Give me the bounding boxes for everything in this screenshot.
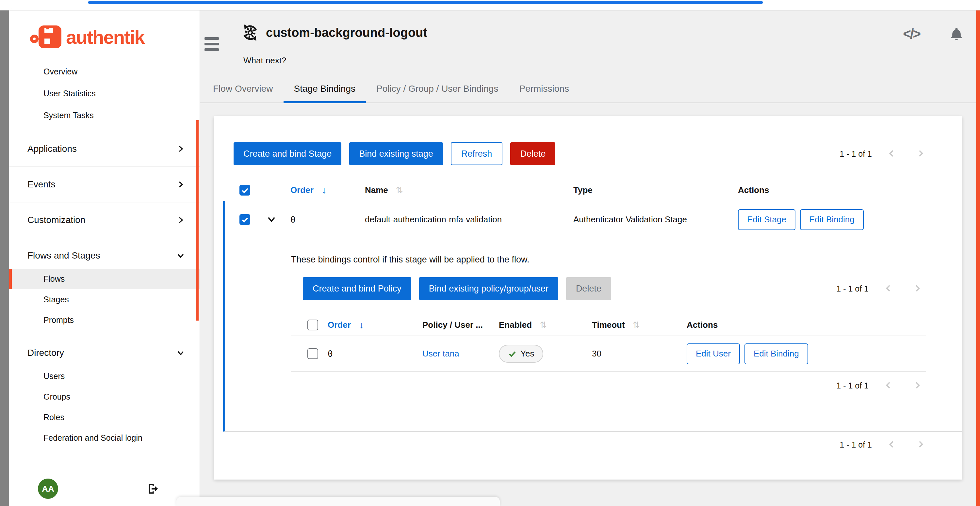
sidebar-item-user-statistics[interactable]: User Statistics [9, 82, 200, 105]
sidebar-item-prompts[interactable]: Prompts [9, 310, 200, 330]
column-header-name[interactable]: Name⇅ [365, 185, 573, 195]
refresh-button[interactable]: Refresh [451, 142, 503, 165]
column-header-order[interactable]: Order↓ [328, 320, 422, 330]
row-expand-chevron-icon[interactable] [265, 213, 278, 227]
column-header-order[interactable]: Order↓ [290, 185, 365, 195]
column-header-enabled[interactable]: Enabled⇅ [499, 320, 592, 330]
api-code-icon[interactable]: </> [903, 26, 920, 42]
sort-idle-icon: ⇅ [540, 320, 547, 330]
sidebar-item-flows[interactable]: Flows [9, 269, 200, 289]
authentik-key-icon [30, 24, 61, 50]
pagination-label: 1 - 1 of 1 [836, 381, 869, 390]
column-header-policy-user[interactable]: Policy / User ... [422, 320, 499, 330]
tab-policy-group-user-bindings[interactable]: Policy / Group / User Bindings [366, 76, 509, 103]
chevron-right-icon [177, 181, 185, 188]
pagination-prev-button[interactable] [880, 284, 897, 293]
stage-pagination-top: 1 - 1 of 1 [840, 149, 929, 159]
page-scrollbar[interactable] [976, 10, 980, 506]
sidebar-group-applications[interactable]: Applications [9, 136, 200, 162]
bind-existing-stage-button[interactable]: Bind existing stage [349, 142, 443, 165]
column-header-type: Type [573, 185, 738, 195]
sidebar-group-directory[interactable]: Directory [9, 340, 200, 366]
binding-row: 0 User tana Yes 30 Edit User Edit Bindin… [291, 336, 926, 372]
sidebar-item-system-tasks[interactable]: System Tasks [9, 105, 200, 126]
delete-button[interactable]: Delete [510, 142, 555, 165]
chevron-down-icon [177, 349, 185, 357]
create-and-bind-policy-button[interactable]: Create and bind Policy [303, 277, 411, 300]
enabled-badge: Yes [499, 345, 543, 363]
select-all-checkbox[interactable] [307, 320, 318, 330]
edit-user-button[interactable]: Edit User [687, 343, 740, 364]
delete-binding-button[interactable]: Delete [566, 277, 611, 300]
main-area: custom-background-logout What next? </> … [200, 10, 980, 506]
sidebar-item-stages[interactable]: Stages [9, 289, 200, 310]
pagination-next-button[interactable] [908, 381, 926, 390]
sidebar-item-overview[interactable]: Overview [9, 61, 200, 82]
bell-icon[interactable] [949, 27, 964, 41]
sidebar-item-federation-social-login[interactable]: Federation and Social login [9, 428, 200, 448]
sort-idle-icon: ⇅ [396, 185, 403, 195]
stage-pagination-bottom: 1 - 1 of 1 [840, 440, 929, 449]
flow-icon [242, 24, 259, 41]
pagination-prev-button[interactable] [880, 381, 897, 390]
tab-bar: Flow Overview Stage Bindings Policy / Gr… [200, 76, 980, 103]
pagination-next-button[interactable] [912, 149, 929, 159]
create-and-bind-stage-button[interactable]: Create and bind Stage [234, 142, 341, 165]
row-checkbox[interactable] [307, 348, 318, 359]
edit-binding-button[interactable]: Edit Binding [800, 209, 864, 230]
sidebar-scrollbar[interactable] [196, 120, 199, 320]
authentik-logo: authentik [30, 24, 200, 50]
tab-permissions[interactable]: Permissions [509, 76, 579, 103]
pagination-prev-button[interactable] [883, 149, 900, 159]
policy-user-link[interactable]: User tana [422, 349, 459, 358]
pagination-label: 1 - 1 of 1 [836, 284, 869, 293]
select-all-checkbox[interactable] [239, 185, 250, 195]
binding-row-timeout: 30 [592, 349, 687, 359]
sidebar-group-flows-and-stages[interactable]: Flows and Stages [9, 243, 200, 269]
row-checkbox[interactable] [239, 214, 250, 225]
sidebar-item-roles[interactable]: Roles [9, 407, 200, 428]
edit-binding-button[interactable]: Edit Binding [745, 343, 808, 364]
edit-stage-button[interactable]: Edit Stage [738, 209, 795, 230]
sidebar-divider [9, 238, 200, 238]
stage-bindings-card: Create and bind Stage Bind existing stag… [214, 116, 962, 479]
policy-toolbar: Create and bind Policy Bind existing pol… [291, 277, 926, 300]
stage-toolbar: Create and bind Stage Bind existing stag… [214, 116, 962, 165]
pagination-label: 1 - 1 of 1 [840, 440, 872, 449]
column-header-timeout[interactable]: Timeout⇅ [592, 320, 687, 330]
binding-table-header: Order↓ Policy / User ... Enabled⇅ Timeou… [291, 314, 926, 336]
binding-row-order: 0 [328, 349, 422, 359]
hamburger-menu-icon[interactable] [205, 37, 219, 51]
chevron-down-icon [177, 252, 185, 260]
logout-icon[interactable] [147, 482, 160, 495]
left-gutter [0, 10, 9, 506]
binding-pagination-bottom: 1 - 1 of 1 [836, 381, 926, 390]
pagination-next-button[interactable] [908, 284, 926, 293]
sidebar-group-customization[interactable]: Customization [9, 207, 200, 233]
sort-desc-icon: ↓ [322, 185, 327, 195]
sidebar-divider [9, 167, 200, 167]
expanded-stage-section: 0 default-authentication-mfa-validation … [223, 201, 962, 431]
sidebar-footer: AA [9, 479, 200, 499]
avatar[interactable]: AA [38, 479, 58, 499]
sidebar-item-users[interactable]: Users [9, 366, 200, 387]
pagination-next-button[interactable] [912, 440, 929, 449]
column-header-actions: Actions [738, 185, 962, 195]
page-title: custom-background-logout [266, 26, 427, 40]
stage-row-name: default-authentication-mfa-validation [365, 214, 573, 225]
logo-wordmark: authentik [66, 26, 145, 48]
sidebar-item-groups[interactable]: Groups [9, 387, 200, 407]
tab-content: Create and bind Stage Bind existing stag… [200, 103, 980, 479]
pagination-prev-button[interactable] [883, 440, 900, 449]
sidebar-divider [9, 131, 200, 131]
tab-flow-overview[interactable]: Flow Overview [202, 76, 283, 103]
stage-row-type: Authenticator Validation Stage [573, 214, 738, 225]
chevron-right-icon [177, 145, 185, 153]
bind-existing-policy-button[interactable]: Bind existing policy/group/user [419, 277, 558, 300]
sidebar-group-events[interactable]: Events [9, 171, 200, 198]
window-bottom-edge [177, 497, 500, 506]
page-header: custom-background-logout What next? </> [200, 10, 980, 76]
app-window: authentik Overview User Statistics Syste… [0, 10, 980, 506]
column-header-actions: Actions [687, 320, 926, 330]
tab-stage-bindings[interactable]: Stage Bindings [283, 76, 366, 103]
